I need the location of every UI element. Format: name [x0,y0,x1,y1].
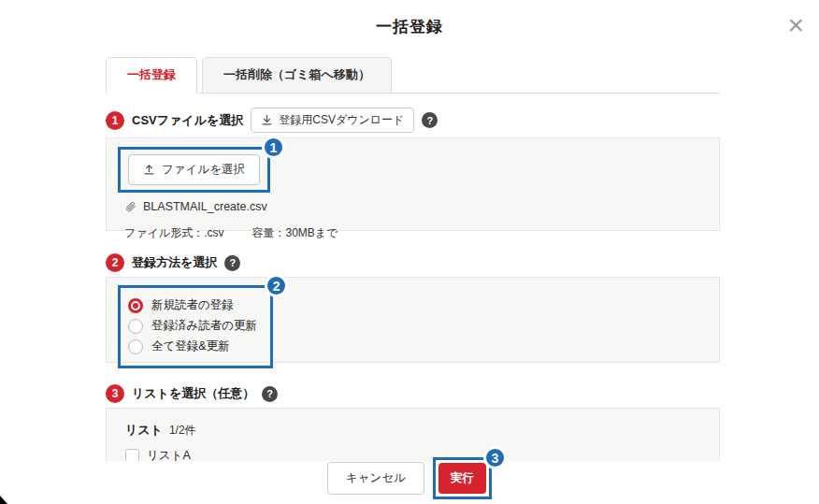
selected-file-name: BLASTMAIL_create.csv [143,200,267,213]
file-size-note: 容量：30MBまで [251,225,338,241]
radio-icon[interactable] [128,319,143,334]
csv-template-download-button[interactable]: 登録用CSVダウンロード [251,108,414,133]
file-select-label: ファイルを選択 [162,162,245,178]
download-icon [261,114,273,126]
help-icon[interactable]: ? [422,112,438,128]
modal-content: 一括登録 一括削除（ゴミ箱へ移動） 1 CSVファイルを選択 登録用CSVダウン… [106,57,720,461]
section-csv-file: 1 CSVファイルを選択 登録用CSVダウンロード ? 1 [106,108,720,231]
close-icon[interactable]: × [787,11,804,39]
step-number-badge: 1 [106,111,124,130]
radio-option-label: 新規読者の登録 [151,297,234,313]
section-csv-title: CSVファイルを選択 [132,112,243,129]
radio-icon[interactable] [128,298,143,313]
modal-footer: キャンセル 3 実行 [0,457,819,499]
annotation-step-2-box: 2 新規読者の登録 登録済み読者の更新 全て登録&更新 [118,285,273,368]
annotation-step-3-box: 3 実行 [433,457,492,499]
annotation-step-1-badge: 1 [262,136,285,159]
radio-icon[interactable] [128,339,143,354]
radio-option-new[interactable]: 新規読者の登録 [128,297,257,313]
section-csv-header: 1 CSVファイルを選択 登録用CSVダウンロード ? [106,108,720,133]
cursor-fragment [0,496,7,504]
section-method: 2 登録方法を選択 ? 2 新規読者の登録 登録済み読者の更新 [106,253,720,363]
csv-file-panel: 1 ファイルを選択 BLASTMAIL_create.csv フ [106,137,720,231]
annotation-step-1-box: 1 ファイルを選択 [118,147,270,193]
selected-file-row: BLASTMAIL_create.csv [124,200,708,213]
radio-option-both[interactable]: 全て登録&更新 [128,338,257,354]
help-icon[interactable]: ? [262,386,278,402]
tab-bar: 一括登録 一括削除（ゴミ箱へ移動） [106,57,720,94]
help-icon[interactable]: ? [224,255,240,271]
section-list-header: 3 リストを選択（任意） ? [106,384,720,403]
csv-template-download-label: 登録用CSVダウンロード [279,112,404,128]
section-method-title: 登録方法を選択 [132,254,217,271]
section-list: 3 リストを選択（任意） ? リスト1/2件 リストA [106,384,720,461]
radio-option-update[interactable]: 登録済み読者の更新 [128,318,257,334]
list-label: リスト [125,423,163,437]
radio-option-label: 全て登録&更新 [151,338,230,354]
annotation-step-2-badge: 2 [265,274,288,297]
cancel-button[interactable]: キャンセル [327,462,424,495]
file-format-note: ファイル形式：.csv [124,225,223,241]
tab-bulk-register[interactable]: 一括登録 [106,57,197,94]
annotation-step-3-badge: 3 [483,446,507,469]
file-select-button[interactable]: ファイルを選択 [128,154,260,185]
section-list-title: リストを選択（任意） [132,385,254,402]
list-count-row: リスト1/2件 [125,422,700,439]
step-number-badge: 2 [106,253,124,272]
submit-button[interactable]: 実行 [438,463,486,494]
tab-bulk-delete[interactable]: 一括削除（ゴミ箱へ移動） [202,57,392,93]
upload-icon [143,164,155,176]
list-count: 1/2件 [169,424,196,437]
bulk-register-modal: 一括登録 × 一括登録 一括削除（ゴミ箱へ移動） 1 CSVファイルを選択 登録… [0,0,819,461]
method-panel: 2 新規読者の登録 登録済み読者の更新 全て登録&更新 [106,277,720,363]
paperclip-icon [124,200,137,213]
radio-option-label: 登録済み読者の更新 [151,318,257,334]
file-requirements: ファイル形式：.csv 容量：30MBまで [124,225,708,241]
step-number-badge: 3 [106,384,124,403]
modal-title: 一括登録 [0,0,819,37]
list-panel: リスト1/2件 リストA [106,408,720,461]
section-method-header: 2 登録方法を選択 ? [106,253,720,272]
